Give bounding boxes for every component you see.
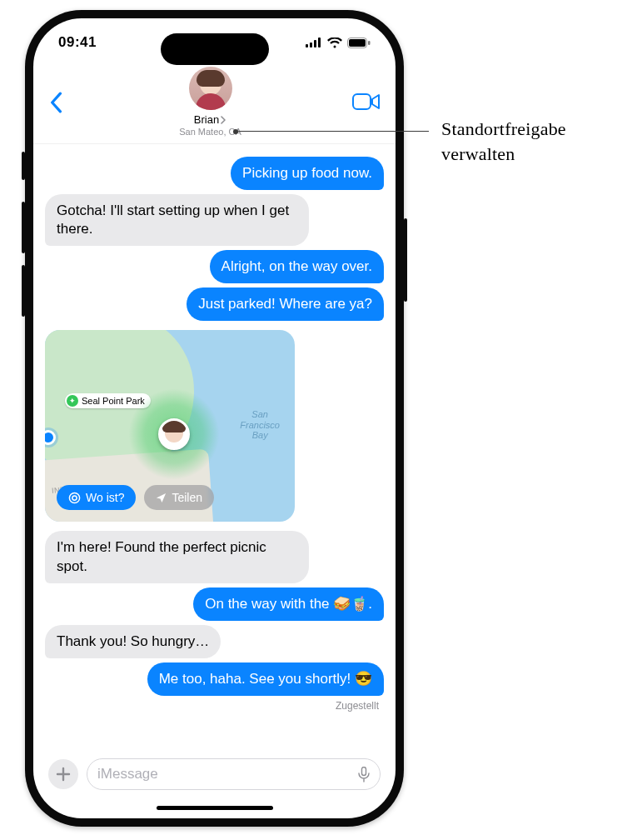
back-button[interactable] <box>48 92 68 112</box>
callout-label: Standortfreigabe verwalten <box>441 117 622 166</box>
message-input[interactable]: iMessage <box>87 758 381 790</box>
chevron-right-icon <box>221 116 226 124</box>
svg-rect-5 <box>349 39 366 47</box>
svg-rect-10 <box>362 767 366 775</box>
message-sent[interactable]: Just parked! Where are ya? <box>45 288 384 321</box>
message-sent[interactable]: Alright, on the way over. <box>45 250 384 283</box>
message-text: Thank you! So hungry… <box>45 625 221 658</box>
svg-point-8 <box>69 492 79 502</box>
message-sent[interactable]: Me too, haha. See you shortly! 😎 <box>45 662 384 696</box>
message-sent[interactable]: Picking up food now. <box>45 157 384 190</box>
avatar <box>189 67 232 110</box>
location-card-row: San Francisco Bay INTON DR ✦ Seal Point … <box>45 325 384 527</box>
findmy-icon <box>68 492 81 504</box>
location-arrow-icon <box>156 492 167 503</box>
message-text: On the way with the 🥪🧋. <box>193 588 384 621</box>
share-label: Teilen <box>172 491 202 504</box>
dictation-button[interactable] <box>358 767 370 782</box>
wifi-icon <box>327 38 342 48</box>
find-my-button[interactable]: Wo ist? <box>57 485 136 510</box>
message-text: Alright, on the way over. <box>210 250 384 283</box>
contact-name: Brian <box>194 113 219 126</box>
side-button <box>404 218 407 302</box>
input-bar: iMessage <box>33 758 396 790</box>
message-text: Me too, haha. See you shortly! 😎 <box>147 662 384 696</box>
park-icon: ✦ <box>67 395 78 407</box>
cellular-icon <box>306 38 322 48</box>
apps-button[interactable] <box>48 759 78 789</box>
callout-leader <box>236 131 429 132</box>
home-indicator[interactable] <box>157 806 273 810</box>
message-text: Picking up food now. <box>231 157 384 190</box>
screen: 09:41 <box>33 18 396 818</box>
dynamic-island <box>161 33 269 65</box>
message-text: Just parked! Where are ya? <box>187 288 384 321</box>
message-received[interactable]: I'm here! Found the perfect picnic spot. <box>45 531 384 582</box>
mic-icon <box>358 767 370 782</box>
svg-rect-0 <box>306 44 308 48</box>
message-text: I'm here! Found the perfect picnic spot. <box>45 531 309 582</box>
svg-rect-3 <box>318 38 321 48</box>
svg-rect-1 <box>310 42 312 48</box>
mute-switch <box>22 152 25 180</box>
message-received[interactable]: Thank you! So hungry… <box>45 625 384 658</box>
location-card[interactable]: San Francisco Bay INTON DR ✦ Seal Point … <box>45 330 295 522</box>
delivery-receipt: Zugestellt <box>45 700 379 712</box>
svg-rect-2 <box>314 40 316 48</box>
message-text: Gotcha! I'll start setting up when I get… <box>45 194 309 246</box>
find-my-label: Wo ist? <box>86 491 124 504</box>
volume-down <box>22 265 25 317</box>
status-time: 09:41 <box>58 34 97 51</box>
placeholder: iMessage <box>97 766 158 782</box>
svg-point-9 <box>72 496 77 500</box>
phone-frame: 09:41 <box>25 10 404 827</box>
facetime-button[interactable] <box>352 92 381 112</box>
volume-up <box>22 202 25 253</box>
nav-header: Brian San Mateo, CA <box>33 67 396 144</box>
contact-subtitle: San Mateo, CA <box>68 127 352 137</box>
share-button[interactable]: Teilen <box>144 485 214 510</box>
battery-icon <box>347 38 371 48</box>
message-received[interactable]: Gotcha! I'll start setting up when I get… <box>45 194 384 246</box>
svg-rect-7 <box>353 94 371 109</box>
svg-rect-6 <box>368 41 371 45</box>
conversation: Picking up food now. Gotcha! I'll start … <box>33 144 396 741</box>
map-water-label: San Francisco Bay <box>240 409 280 439</box>
plus-icon <box>56 767 71 782</box>
poi-label: Seal Point Park <box>82 396 145 406</box>
contact-header[interactable]: Brian San Mateo, CA <box>68 67 352 137</box>
message-sent[interactable]: On the way with the 🥪🧋. <box>45 588 384 621</box>
